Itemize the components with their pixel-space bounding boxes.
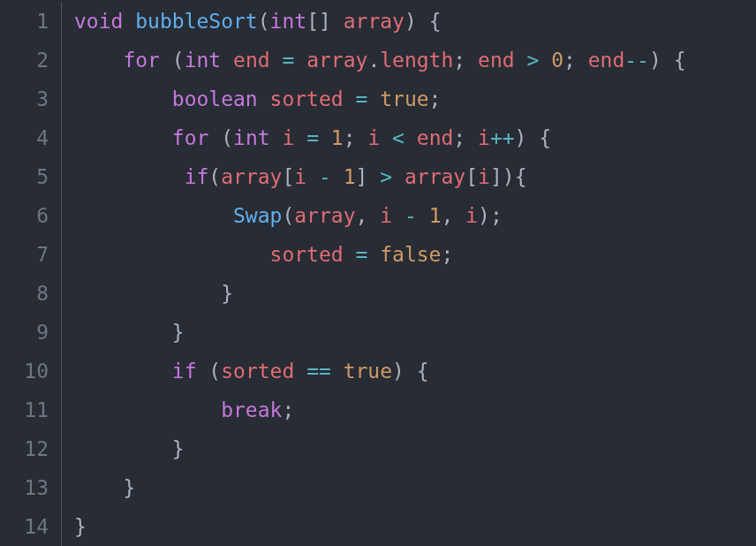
token-op: - (319, 165, 344, 188)
line-number: 4 (0, 118, 49, 157)
code-line[interactable]: } (74, 468, 685, 507)
token-kw: for (172, 126, 221, 149)
line-number: 3 (0, 80, 49, 118)
indent (74, 476, 123, 499)
code-line[interactable]: if(array[i - 1] > array[i]){ (74, 157, 685, 196)
token-fn: Swap (233, 204, 282, 227)
token-kw: if (172, 360, 209, 383)
token-bool: true (344, 360, 392, 383)
token-op: > (526, 49, 551, 72)
line-number: 13 (0, 468, 49, 507)
line-number: 5 (0, 157, 49, 196)
token-fn: bubbleSort (135, 10, 257, 33)
line-number-gutter: 1234567891011121314 (0, 2, 62, 546)
line-number: 14 (0, 507, 49, 546)
token-var: end (588, 49, 625, 72)
token-punc: , (356, 204, 381, 227)
indent (74, 398, 221, 421)
token-punc: ( (172, 49, 185, 72)
token-var: i (294, 165, 319, 188)
token-punc: ) { (649, 49, 686, 72)
code-line[interactable]: if (sorted == true) { (74, 352, 685, 391)
token-punc: [ (282, 165, 294, 188)
token-op: = (356, 243, 381, 266)
token-type: int (185, 49, 233, 72)
token-punc: ; (429, 87, 442, 110)
token-op: -- (624, 49, 649, 72)
code-line[interactable]: } (74, 313, 685, 352)
token-punc: ) { (404, 10, 442, 33)
token-var: i (465, 204, 478, 227)
token-kw: if (185, 165, 209, 188)
code-line[interactable]: } (74, 429, 685, 468)
token-type: int (270, 10, 307, 33)
token-op: = (282, 49, 306, 72)
token-punc: ; (563, 49, 588, 72)
token-num: 1 (331, 126, 344, 149)
token-var: sorted (221, 360, 306, 383)
token-punc: ]){ (490, 165, 527, 188)
token-op: < (392, 126, 417, 149)
line-number: 2 (0, 41, 49, 80)
token-bool: false (380, 243, 441, 266)
code-line[interactable]: void bubbleSort(int[] array) { (74, 2, 685, 41)
token-punc: } (74, 515, 87, 538)
line-number: 10 (0, 352, 49, 391)
token-punc: } (172, 437, 185, 460)
token-punc: ( (221, 126, 233, 149)
code-line[interactable]: } (74, 274, 685, 313)
code-line[interactable]: for (int end = array.length; end > 0; en… (74, 41, 685, 80)
code-line[interactable]: boolean sorted = true; (74, 80, 685, 118)
token-var: array (404, 165, 465, 188)
indent (74, 437, 172, 460)
indent (74, 49, 123, 72)
indent (74, 243, 270, 266)
token-punc: ( (208, 360, 221, 383)
token-punc: ; (282, 398, 294, 421)
token-punc: ; (453, 49, 478, 72)
indent (74, 321, 172, 344)
line-number: 8 (0, 274, 49, 313)
code-line[interactable]: for (int i = 1; i < end; i++) { (74, 118, 685, 157)
token-num: 1 (344, 165, 356, 188)
token-op: == (306, 360, 344, 383)
token-var: array (221, 165, 282, 188)
code-line[interactable]: Swap(array, i - 1, i); (74, 196, 685, 235)
token-var: array (306, 49, 367, 72)
indent (74, 282, 221, 305)
code-area[interactable]: void bubbleSort(int[] array) { for (int … (62, 2, 685, 546)
code-line[interactable]: sorted = false; (74, 235, 685, 274)
indent (74, 126, 172, 149)
token-punc: } (123, 476, 135, 499)
token-op: = (356, 87, 381, 110)
token-op: = (306, 126, 331, 149)
token-num: 1 (429, 204, 442, 227)
code-line[interactable]: } (74, 507, 685, 546)
token-punc: ( (208, 165, 221, 188)
indent (74, 87, 172, 110)
token-kw: for (123, 49, 171, 72)
code-editor[interactable]: 1234567891011121314 void bubbleSort(int[… (0, 0, 756, 546)
token-bool: true (380, 87, 428, 110)
token-punc: . (367, 49, 380, 72)
token-var: i (380, 204, 404, 227)
code-line[interactable]: break; (74, 391, 685, 429)
token-var: end (233, 49, 282, 72)
token-var: end (417, 126, 454, 149)
token-prop: length (380, 49, 453, 72)
token-op: - (404, 204, 429, 227)
token-kw: void (74, 10, 135, 33)
indent (74, 165, 185, 188)
line-number: 9 (0, 313, 49, 352)
token-punc: ) { (392, 360, 429, 383)
token-type: int (233, 126, 282, 149)
token-var: i (367, 126, 392, 149)
token-punc: ); (478, 204, 503, 227)
token-punc: ; (453, 126, 478, 149)
line-number: 6 (0, 196, 49, 235)
token-punc: ( (258, 10, 270, 33)
token-punc: ] (356, 165, 381, 188)
token-punc: , (441, 204, 465, 227)
token-punc: [] (306, 10, 344, 33)
token-var: array (294, 204, 355, 227)
